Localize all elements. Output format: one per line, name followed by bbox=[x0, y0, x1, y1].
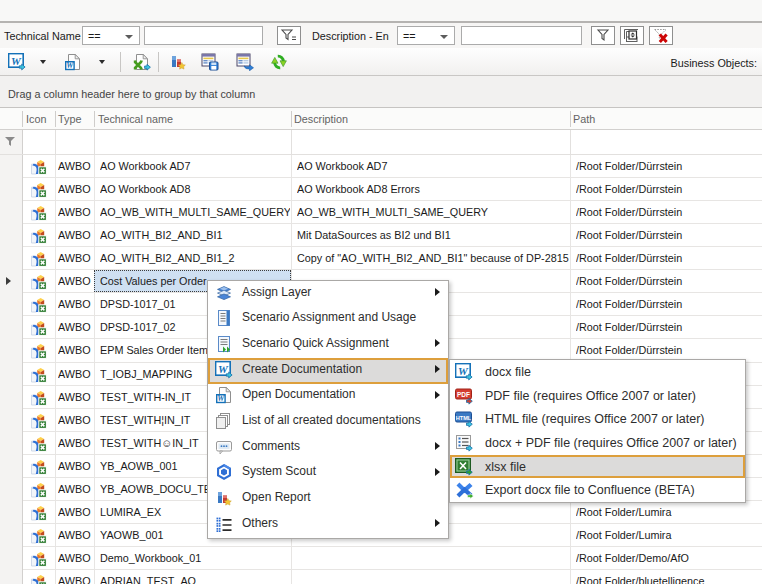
svg-text:W: W bbox=[11, 55, 22, 67]
svg-text:PDF: PDF bbox=[457, 390, 470, 397]
svg-text:W: W bbox=[66, 61, 74, 70]
svg-text:W: W bbox=[217, 395, 225, 404]
svg-text:HTML: HTML bbox=[456, 415, 472, 421]
